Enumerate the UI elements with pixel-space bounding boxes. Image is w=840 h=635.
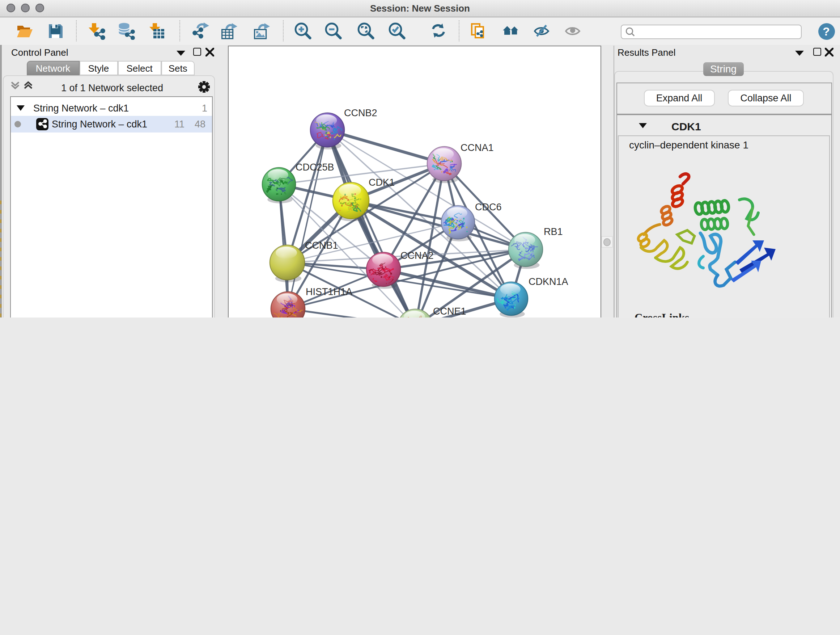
svg-text:CCNB2: CCNB2 <box>344 107 377 118</box>
svg-text:CCNA2: CCNA2 <box>400 250 433 261</box>
svg-text:RB1: RB1 <box>543 226 562 237</box>
svg-text:CDC25B: CDC25B <box>295 162 334 172</box>
svg-text:CDKN1A: CDKN1A <box>528 276 568 287</box>
svg-text:CDC6: CDC6 <box>475 201 501 212</box>
svg-text:CCNE1: CCNE1 <box>433 306 466 317</box>
svg-text:CCNB1: CCNB1 <box>305 240 338 250</box>
svg-text:CDK1: CDK1 <box>368 177 394 187</box>
svg-text:HIST1H1A: HIST1H1A <box>305 286 352 297</box>
svg-text:CCNA1: CCNA1 <box>460 142 493 153</box>
